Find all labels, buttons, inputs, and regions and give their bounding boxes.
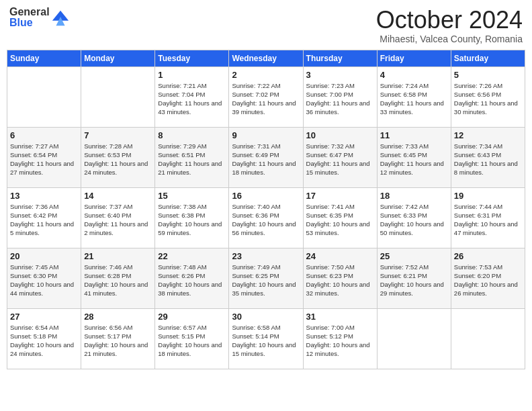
day-number: 6 bbox=[10, 130, 78, 140]
day-info: Sunrise: 7:28 AMSunset: 6:53 PMDaylight:… bbox=[84, 142, 152, 177]
header-day-wednesday: Wednesday bbox=[229, 50, 303, 66]
table-row: 6Sunrise: 7:27 AMSunset: 6:54 PMDaylight… bbox=[7, 127, 81, 187]
day-number: 1 bbox=[158, 70, 226, 80]
day-info: Sunrise: 7:42 AMSunset: 6:33 PMDaylight:… bbox=[380, 202, 448, 238]
day-info: Sunrise: 6:54 AMSunset: 5:18 PMDaylight:… bbox=[10, 323, 78, 359]
day-number: 10 bbox=[306, 130, 374, 140]
day-number: 24 bbox=[306, 251, 374, 261]
table-row: 11Sunrise: 7:33 AMSunset: 6:45 PMDayligh… bbox=[377, 127, 451, 187]
day-number: 9 bbox=[232, 130, 300, 140]
table-row: 1Sunrise: 7:21 AMSunset: 7:04 PMDaylight… bbox=[155, 66, 229, 127]
table-row: 23Sunrise: 7:49 AMSunset: 6:25 PMDayligh… bbox=[229, 248, 303, 308]
calendar-week-3: 13Sunrise: 7:36 AMSunset: 6:42 PMDayligh… bbox=[7, 187, 525, 248]
day-info: Sunrise: 7:31 AMSunset: 6:49 PMDaylight:… bbox=[232, 142, 300, 177]
day-number: 28 bbox=[84, 312, 152, 322]
table-row: 31Sunrise: 7:00 AMSunset: 5:12 PMDayligh… bbox=[303, 308, 377, 369]
day-number: 30 bbox=[232, 312, 300, 322]
day-info: Sunrise: 7:34 AMSunset: 6:43 PMDaylight:… bbox=[454, 142, 522, 177]
table-row: 3Sunrise: 7:23 AMSunset: 7:00 PMDaylight… bbox=[303, 66, 377, 127]
day-info: Sunrise: 7:52 AMSunset: 6:21 PMDaylight:… bbox=[380, 263, 448, 298]
day-info: Sunrise: 7:27 AMSunset: 6:54 PMDaylight:… bbox=[10, 142, 78, 177]
header-day-thursday: Thursday bbox=[303, 50, 377, 66]
table-row: 12Sunrise: 7:34 AMSunset: 6:43 PMDayligh… bbox=[451, 127, 525, 187]
day-info: Sunrise: 7:33 AMSunset: 6:45 PMDaylight:… bbox=[380, 142, 448, 177]
header-day-saturday: Saturday bbox=[451, 50, 525, 66]
day-number: 3 bbox=[306, 70, 374, 80]
table-row bbox=[451, 308, 525, 369]
day-number: 12 bbox=[454, 130, 522, 140]
table-row: 7Sunrise: 7:28 AMSunset: 6:53 PMDaylight… bbox=[81, 127, 155, 187]
table-row: 26Sunrise: 7:53 AMSunset: 6:20 PMDayligh… bbox=[451, 248, 525, 308]
calendar-body: 1Sunrise: 7:21 AMSunset: 7:04 PMDaylight… bbox=[7, 66, 525, 369]
day-number: 27 bbox=[10, 312, 78, 322]
logo-general: General bbox=[9, 7, 50, 17]
day-info: Sunrise: 7:41 AMSunset: 6:35 PMDaylight:… bbox=[306, 202, 374, 238]
header-day-tuesday: Tuesday bbox=[155, 50, 229, 66]
day-info: Sunrise: 7:24 AMSunset: 6:58 PMDaylight:… bbox=[380, 81, 448, 117]
calendar-week-5: 27Sunrise: 6:54 AMSunset: 5:18 PMDayligh… bbox=[7, 308, 525, 369]
table-row bbox=[81, 66, 155, 127]
table-row: 15Sunrise: 7:38 AMSunset: 6:38 PMDayligh… bbox=[155, 187, 229, 248]
day-number: 29 bbox=[158, 312, 226, 322]
day-number: 23 bbox=[232, 251, 300, 261]
day-info: Sunrise: 7:50 AMSunset: 6:23 PMDaylight:… bbox=[306, 263, 374, 298]
table-row: 21Sunrise: 7:46 AMSunset: 6:28 PMDayligh… bbox=[81, 248, 155, 308]
table-row bbox=[7, 66, 81, 127]
day-number: 2 bbox=[232, 70, 300, 80]
table-row: 27Sunrise: 6:54 AMSunset: 5:18 PMDayligh… bbox=[7, 308, 81, 369]
day-info: Sunrise: 6:57 AMSunset: 5:15 PMDaylight:… bbox=[158, 323, 226, 359]
day-number: 13 bbox=[10, 191, 78, 201]
day-number: 20 bbox=[10, 251, 78, 261]
day-number: 14 bbox=[84, 191, 152, 201]
table-row: 29Sunrise: 6:57 AMSunset: 5:15 PMDayligh… bbox=[155, 308, 229, 369]
day-number: 8 bbox=[158, 130, 226, 140]
day-number: 7 bbox=[84, 130, 152, 140]
day-number: 26 bbox=[454, 251, 522, 261]
day-number: 4 bbox=[380, 70, 448, 80]
day-info: Sunrise: 7:00 AMSunset: 5:12 PMDaylight:… bbox=[306, 323, 374, 359]
day-info: Sunrise: 7:22 AMSunset: 7:02 PMDaylight:… bbox=[232, 81, 300, 117]
day-number: 18 bbox=[380, 191, 448, 201]
table-row: 4Sunrise: 7:24 AMSunset: 6:58 PMDaylight… bbox=[377, 66, 451, 127]
calendar-header-row: SundayMondayTuesdayWednesdayThursdayFrid… bbox=[7, 50, 525, 66]
day-info: Sunrise: 7:40 AMSunset: 6:36 PMDaylight:… bbox=[232, 202, 300, 238]
page-header: General Blue October 2024 Mihaesti, Valc… bbox=[7, 7, 525, 44]
table-row: 18Sunrise: 7:42 AMSunset: 6:33 PMDayligh… bbox=[377, 187, 451, 248]
day-info: Sunrise: 7:21 AMSunset: 7:04 PMDaylight:… bbox=[158, 81, 226, 117]
logo-text: General Blue bbox=[9, 7, 50, 28]
table-row: 8Sunrise: 7:29 AMSunset: 6:51 PMDaylight… bbox=[155, 127, 229, 187]
logo: General Blue bbox=[9, 7, 70, 28]
day-info: Sunrise: 7:36 AMSunset: 6:42 PMDaylight:… bbox=[10, 202, 78, 238]
table-row: 16Sunrise: 7:40 AMSunset: 6:36 PMDayligh… bbox=[229, 187, 303, 248]
day-number: 25 bbox=[380, 251, 448, 261]
day-number: 5 bbox=[454, 70, 522, 80]
day-info: Sunrise: 7:53 AMSunset: 6:20 PMDaylight:… bbox=[454, 263, 522, 298]
table-row: 25Sunrise: 7:52 AMSunset: 6:21 PMDayligh… bbox=[377, 248, 451, 308]
table-row: 22Sunrise: 7:48 AMSunset: 6:26 PMDayligh… bbox=[155, 248, 229, 308]
calendar-week-4: 20Sunrise: 7:45 AMSunset: 6:30 PMDayligh… bbox=[7, 248, 525, 308]
calendar-table: SundayMondayTuesdayWednesdayThursdayFrid… bbox=[7, 50, 525, 369]
day-info: Sunrise: 7:29 AMSunset: 6:51 PMDaylight:… bbox=[158, 142, 226, 177]
day-info: Sunrise: 7:49 AMSunset: 6:25 PMDaylight:… bbox=[232, 263, 300, 298]
day-info: Sunrise: 7:48 AMSunset: 6:26 PMDaylight:… bbox=[158, 263, 226, 298]
day-number: 19 bbox=[454, 191, 522, 201]
day-number: 15 bbox=[158, 191, 226, 201]
header-day-monday: Monday bbox=[81, 50, 155, 66]
table-row: 19Sunrise: 7:44 AMSunset: 6:31 PMDayligh… bbox=[451, 187, 525, 248]
table-row: 5Sunrise: 7:26 AMSunset: 6:56 PMDaylight… bbox=[451, 66, 525, 127]
day-info: Sunrise: 7:32 AMSunset: 6:47 PMDaylight:… bbox=[306, 142, 374, 177]
day-info: Sunrise: 7:23 AMSunset: 7:00 PMDaylight:… bbox=[306, 81, 374, 117]
logo-icon bbox=[51, 8, 70, 27]
day-info: Sunrise: 7:37 AMSunset: 6:40 PMDaylight:… bbox=[84, 202, 152, 238]
day-info: Sunrise: 6:56 AMSunset: 5:17 PMDaylight:… bbox=[84, 323, 152, 359]
table-row: 13Sunrise: 7:36 AMSunset: 6:42 PMDayligh… bbox=[7, 187, 81, 248]
day-info: Sunrise: 7:46 AMSunset: 6:28 PMDaylight:… bbox=[84, 263, 152, 298]
header-day-friday: Friday bbox=[377, 50, 451, 66]
day-info: Sunrise: 7:44 AMSunset: 6:31 PMDaylight:… bbox=[454, 202, 522, 238]
day-info: Sunrise: 6:58 AMSunset: 5:14 PMDaylight:… bbox=[232, 323, 300, 359]
month-title: October 2024 bbox=[376, 7, 523, 34]
table-row: 2Sunrise: 7:22 AMSunset: 7:02 PMDaylight… bbox=[229, 66, 303, 127]
table-row: 24Sunrise: 7:50 AMSunset: 6:23 PMDayligh… bbox=[303, 248, 377, 308]
day-number: 17 bbox=[306, 191, 374, 201]
day-info: Sunrise: 7:26 AMSunset: 6:56 PMDaylight:… bbox=[454, 81, 522, 117]
